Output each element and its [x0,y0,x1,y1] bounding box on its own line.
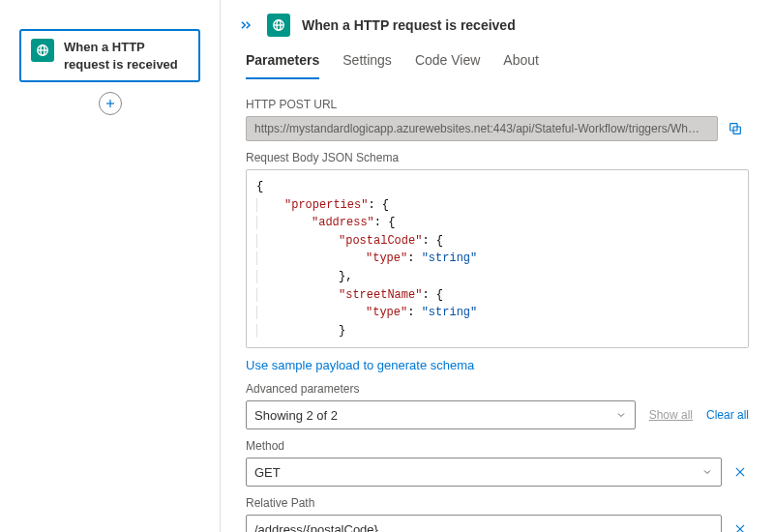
advanced-params-select[interactable]: Showing 2 of 2 [246,400,636,429]
remove-relative-path-button[interactable] [733,522,749,532]
method-select[interactable]: GET [246,458,722,487]
remove-method-button[interactable] [733,465,749,479]
clear-all-link[interactable]: Clear all [706,408,749,422]
http-post-url-label: HTTP POST URL [246,98,749,111]
advanced-params-value: Showing 2 of 2 [254,408,338,423]
tab-settings[interactable]: Settings [342,46,392,79]
schema-line: "type": "string" [256,306,477,319]
panel-title: When a HTTP request is received [302,17,516,33]
advanced-params-label: Advanced parameters [246,382,749,396]
relative-path-value: /address/{postalCode} [254,522,378,532]
tab-code-view[interactable]: Code View [415,46,480,79]
schema-line: "address": { [256,216,395,229]
trigger-label: When a HTTP request is received [64,39,189,73]
http-trigger-icon [31,39,54,62]
tab-about[interactable]: About [503,46,539,79]
add-step-button[interactable] [99,92,122,115]
detail-panel: When a HTTP request is received Paramete… [221,0,774,532]
canvas-pane: When a HTTP request is received [0,0,221,532]
http-post-url-value[interactable]: https://mystandardlogicapp.azurewebsites… [246,116,718,141]
method-label: Method [246,439,749,453]
schema-line: }, [256,270,352,283]
sample-payload-link[interactable]: Use sample payload to generate schema [246,358,474,372]
relative-path-input[interactable]: /address/{postalCode} [246,515,722,532]
chevron-down-icon [701,466,713,478]
tab-parameters[interactable]: Parameters [246,46,319,79]
schema-line: "type": "string" [256,251,477,265]
copy-url-button[interactable] [728,121,749,136]
trigger-card[interactable]: When a HTTP request is received [19,29,200,82]
schema-line: "postalCode": { [256,234,443,248]
tabs: Parameters Settings Code View About [221,46,774,80]
schema-label: Request Body JSON Schema [246,151,749,164]
collapse-icon[interactable] [236,15,255,35]
schema-editor[interactable]: { "properties": { "address": { "postalCo… [246,169,749,348]
schema-line: "streetName": { [256,288,443,302]
http-trigger-icon [267,14,290,37]
show-all-link[interactable]: Show all [649,408,693,422]
relative-path-label: Relative Path [246,496,749,510]
chevron-down-icon [615,409,627,421]
schema-line: "properties": { [256,198,389,212]
method-value: GET [254,465,281,480]
schema-line: { [256,180,263,193]
schema-line: } [256,324,345,338]
